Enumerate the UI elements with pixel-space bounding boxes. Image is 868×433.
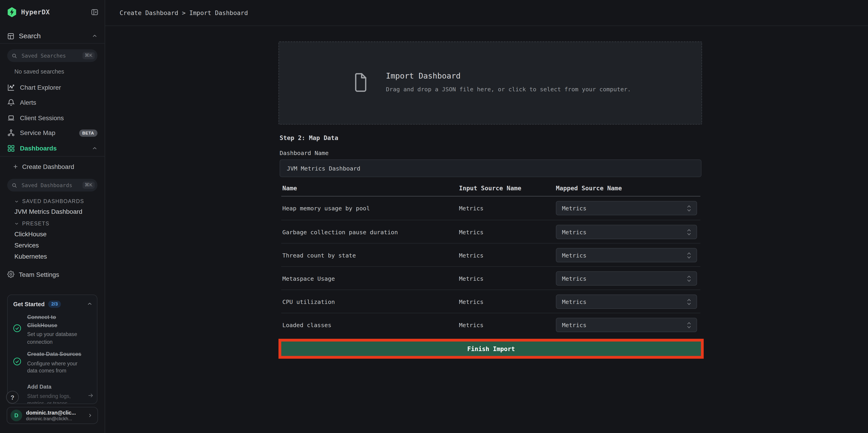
get-started-step-sources[interactable]: Create Data Sources Configure where your… [27, 350, 87, 374]
column-header-input-source: Input Source Name [459, 185, 521, 192]
group-label-text: SAVED DASHBOARDS [22, 198, 84, 204]
table-header: Name Input Source Name Mapped Source Nam… [281, 185, 701, 194]
sidebar-item-label: Alerts [20, 99, 36, 105]
sidebar-item-services[interactable]: Services [14, 241, 39, 250]
unfold-icon [686, 204, 692, 212]
select-value: Metrics [562, 318, 587, 332]
bell-icon [7, 99, 15, 106]
get-started-step-connect[interactable]: Connect to ClickHouse Set up your databa… [27, 313, 87, 345]
table-row: Heap memory usage by pool Metrics Metric… [281, 196, 701, 220]
get-started-header[interactable]: Get Started 2/3 [13, 299, 92, 308]
saved-searches-input[interactable] [21, 52, 83, 59]
search-icon [11, 53, 17, 58]
mapped-source-select[interactable]: Metrics [556, 295, 697, 309]
sidebar-collapse-icon[interactable] [91, 8, 99, 16]
search-section-icon [7, 32, 14, 40]
mapped-source-select[interactable]: Metrics [556, 318, 697, 332]
unfold-icon [686, 298, 692, 306]
preset-link-label: Services [14, 242, 39, 249]
help-button[interactable]: ? [6, 391, 19, 404]
user-menu[interactable]: D dominic.tran@clic... dominic.tran@clic… [7, 407, 98, 424]
saved-dashboards-input[interactable] [21, 182, 83, 189]
row-input-source: Metrics [459, 244, 484, 267]
chevron-down-icon [14, 199, 19, 203]
user-email: dominic.tran@clickh... [26, 416, 76, 422]
column-header-name: Name [282, 185, 297, 192]
main-area: Create Dashboard > Import Dashboard Impo… [105, 0, 868, 433]
finish-import-label: Finish Import [467, 345, 515, 352]
question-mark: ? [11, 394, 14, 400]
get-started-step-add-data[interactable]: Add Data Start sending logs, metrics, or… [27, 383, 87, 404]
dashboards-icon [7, 145, 15, 152]
saved-dashboards-group[interactable]: SAVED DASHBOARDS [14, 197, 84, 205]
saved-dashboards-search[interactable]: ⌘K [7, 179, 97, 191]
mapped-source-select[interactable]: Metrics [556, 248, 697, 262]
unfold-icon [686, 251, 692, 259]
app-title: HyperDX [21, 8, 50, 16]
service-map-icon [7, 129, 15, 137]
sidebar-item-dashboards[interactable]: Dashboards [7, 142, 97, 154]
sidebar-item-kubernetes[interactable]: Kubernetes [14, 252, 47, 261]
file-icon [353, 73, 368, 93]
chevron-down-icon [14, 221, 19, 225]
sidebar-item-label: Service Map [20, 129, 55, 136]
row-input-source: Metrics [459, 290, 484, 313]
sidebar-item-client-sessions[interactable]: Client Sessions [7, 112, 97, 124]
mapped-source-select[interactable]: Metrics [556, 225, 697, 239]
row-name: Thread count by state [282, 244, 356, 267]
shortcut-badge: ⌘K [83, 52, 95, 59]
team-settings-label: Team Settings [19, 271, 59, 278]
top-bar: Create Dashboard > Import Dashboard [105, 0, 868, 26]
chevron-up-icon[interactable] [92, 146, 97, 151]
row-input-source: Metrics [459, 267, 484, 290]
check-circle-icon [13, 357, 22, 366]
chevron-up-icon[interactable] [87, 301, 92, 307]
step-subtitle: Start sending logs, metrics, or traces [27, 392, 87, 404]
sidebar-item-label: Dashboards [20, 145, 57, 152]
dashboard-name-input[interactable] [280, 159, 702, 177]
sidebar-section-search[interactable]: Search [7, 30, 97, 42]
mapped-source-select[interactable]: Metrics [556, 201, 697, 215]
row-input-source: Metrics [459, 313, 484, 337]
chart-explorer-icon [7, 84, 15, 91]
select-value: Metrics [562, 295, 587, 308]
table-row: Thread count by state Metrics Metrics [281, 243, 701, 266]
group-label-text: PRESETS [22, 220, 50, 226]
mapped-source-select[interactable]: Metrics [556, 271, 697, 285]
presets-group[interactable]: PRESETS [14, 220, 50, 227]
row-name: Metaspace Usage [282, 267, 335, 290]
sidebar-item-team-settings[interactable]: Team Settings [7, 270, 59, 279]
finish-import-button[interactable]: Finish Import [281, 341, 701, 356]
breadcrumb: Create Dashboard > Import Dashboard [120, 0, 248, 26]
preset-link-label: Kubernetes [14, 253, 47, 259]
step-subtitle: Set up your database connection [27, 331, 87, 346]
sidebar-item-chart-explorer[interactable]: Chart Explorer [7, 81, 97, 93]
app-window: HyperDX Search ⌘K No saved searches [0, 0, 868, 433]
dropzone-subtitle: Drag and drop a JSON file here, or click… [386, 86, 631, 92]
unfold-icon [686, 228, 692, 236]
divider [0, 43, 105, 44]
dropzone-title: Import Dashboard [386, 71, 461, 80]
sidebar-item-service-map[interactable]: Service Map BETA [7, 127, 97, 139]
sidebar-item-jvm-metrics-dashboard[interactable]: JVM Metrics Dashboard [14, 207, 82, 216]
row-name: CPU utilization [282, 290, 335, 313]
select-value: Metrics [562, 249, 587, 262]
row-name: Garbage collection pause duration [282, 220, 398, 244]
row-input-source: Metrics [459, 220, 484, 244]
get-started-card: Get Started 2/3 Connect to ClickHouse Se… [7, 295, 97, 404]
select-value: Metrics [562, 225, 587, 239]
hyperdx-logo-icon [7, 7, 17, 17]
saved-searches-search[interactable]: ⌘K [7, 49, 97, 62]
sidebar-item-alerts[interactable]: Alerts [7, 96, 97, 109]
create-dashboard-button[interactable]: Create Dashboard [13, 162, 74, 172]
import-dropzone[interactable]: Import Dashboard Drag and drop a JSON fi… [278, 41, 702, 125]
table-row: CPU utilization Metrics Metrics [281, 289, 701, 313]
sidebar-item-clickhouse[interactable]: ClickHouse [14, 230, 46, 239]
table-row: Garbage collection pause duration Metric… [281, 220, 701, 243]
beta-badge: BETA [79, 129, 97, 136]
chevron-up-icon[interactable] [92, 33, 97, 39]
sidebar: HyperDX Search ⌘K No saved searches [0, 0, 105, 433]
avatar: D [10, 409, 22, 421]
search-icon [11, 182, 17, 188]
search-section-label: Search [19, 32, 41, 40]
